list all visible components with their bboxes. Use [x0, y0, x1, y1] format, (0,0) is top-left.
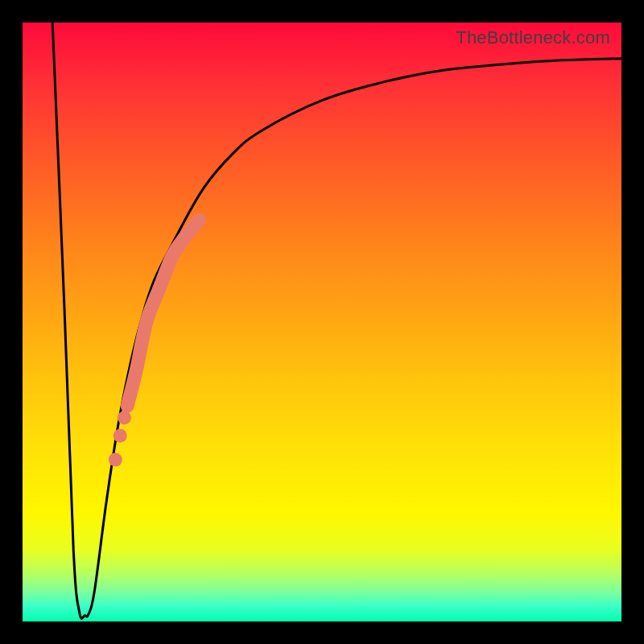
- salmon-dots-group: [109, 411, 131, 467]
- bottleneck-curve-path: [52, 23, 621, 618]
- salmon-dot: [109, 453, 122, 467]
- chart-frame: TheBottleneck.com: [0, 0, 644, 644]
- plot-area: TheBottleneck.com: [23, 23, 621, 621]
- curve-layer: [23, 23, 621, 621]
- salmon-dot: [118, 411, 131, 425]
- salmon-band-path: [127, 221, 199, 407]
- salmon-dot: [114, 429, 127, 443]
